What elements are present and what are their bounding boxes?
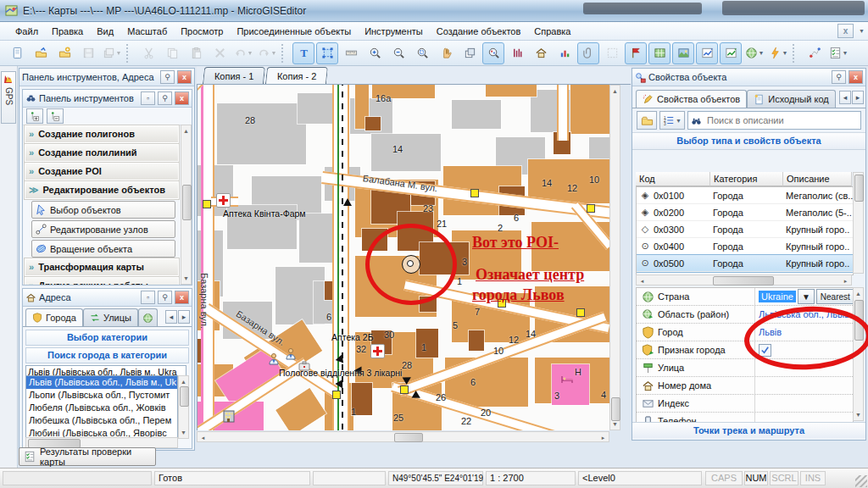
nearest-button[interactable]: Nearest — [816, 289, 853, 304]
property-row-страна[interactable]: СтранаUkraine▼Nearest — [637, 288, 853, 306]
tab-scroll-left-icon[interactable]: ◂ — [165, 310, 177, 324]
type-table-row[interactable]: ⊙0x0500ГородаКрупный горо.. — [637, 255, 853, 272]
tab-source-code[interactable]: Исходный код — [747, 90, 836, 108]
tab-scroll-right-icon[interactable]: ▸ — [178, 310, 190, 324]
chevron-down-icon[interactable]: ▼ — [798, 289, 815, 304]
map-tab-2[interactable]: Копия - 2 — [265, 67, 329, 84]
type-select-header[interactable]: Выбор типа и свойств объекта — [632, 133, 865, 150]
tab-cities[interactable]: Города — [25, 308, 83, 326]
map-node[interactable] — [332, 391, 341, 399]
city-list-item[interactable]: Любеля (Львівська обл., Жовків — [26, 402, 177, 414]
city-list-item[interactable]: Львів (Львівська обл., Львів м., Uk — [26, 376, 177, 389]
map-tab-1[interactable]: Копия - 1 — [203, 67, 266, 84]
open-type-file-button[interactable] — [637, 111, 657, 130]
pin-icon[interactable]: ⚲ — [160, 70, 175, 84]
map-node[interactable] — [587, 204, 595, 213]
menu-масштаб[interactable]: Масштаб — [120, 24, 174, 39]
import-map-button[interactable] — [53, 42, 75, 64]
map-check-results-button[interactable]: Результаты проверки карты — [19, 447, 156, 466]
attachments-button[interactable] — [577, 42, 599, 64]
cascade-windows-button[interactable] — [459, 42, 481, 64]
pin-icon[interactable]: ⚲ — [832, 70, 846, 84]
show-polygons-button[interactable] — [648, 42, 670, 64]
tool-выбор-объектов[interactable]: Выбор объектов — [31, 201, 175, 219]
undo-dropdown-icon[interactable]: ▼ — [248, 50, 253, 56]
type-table-vscrollbar[interactable] — [853, 172, 864, 274]
close-icon[interactable]: x — [177, 70, 192, 84]
zoom-in-button[interactable] — [364, 42, 386, 64]
show-routes-button[interactable] — [720, 42, 742, 64]
track-route-points-link[interactable]: Точки трека и маршрута — [632, 422, 865, 438]
toolbox-group-создание-poi[interactable]: »Создание POI — [25, 163, 179, 180]
web-services-dropdown-icon[interactable]: ▼ — [759, 50, 765, 56]
type-table[interactable]: ◈0x0100ГородаМегаполис (св..◈0x0200Город… — [636, 186, 854, 275]
tab-scroll-left-icon[interactable]: ◂ — [839, 91, 851, 104]
type-table-row[interactable]: ⊙0x0400ГородаКрупный горо.. — [637, 238, 853, 255]
expand-all-icon[interactable] — [26, 108, 43, 124]
country-combo-value[interactable]: Ukraine — [759, 291, 796, 302]
save-stack-dropdown-icon[interactable]: ▼ — [116, 50, 122, 56]
show-poi-button[interactable] — [625, 42, 647, 64]
menu-правка[interactable]: Правка — [45, 24, 90, 39]
show-labels-button[interactable]: T — [292, 42, 314, 64]
map-check-button[interactable]: ▼ — [827, 42, 849, 64]
city-search-button[interactable]: Поиск города в категории — [25, 347, 189, 363]
resize-grip[interactable] — [855, 475, 867, 487]
statistics-button[interactable] — [554, 42, 576, 64]
show-bounds-button[interactable] — [316, 42, 338, 64]
toolbox-group-создание-полилиний[interactable]: »Создание полилиний — [25, 144, 179, 162]
type-table-row[interactable]: ◈0x0200ГородаМегаполис (5-.. — [637, 204, 853, 221]
city-list[interactable]: Львів (Львівська обл., Львів м., UkЛьопи… — [25, 375, 178, 439]
menu-файл[interactable]: Файл — [8, 24, 45, 39]
toolbox-group-редактирование-объектов[interactable]: ≫Редактирование объектов — [25, 181, 179, 199]
tool-вращение-объекта[interactable]: Вращение объекта — [31, 240, 175, 258]
show-raster-button[interactable] — [672, 42, 694, 64]
toolbox-group-другие-режимы-работы[interactable]: »Другие режимы работы — [25, 277, 179, 285]
map-node[interactable] — [470, 189, 479, 197]
close-icon[interactable]: x — [849, 70, 863, 84]
city-list-item[interactable]: Любешка (Львівська обл., Перем — [26, 414, 177, 427]
collapse-all-icon[interactable] — [47, 108, 64, 124]
tab-globe[interactable] — [138, 308, 158, 326]
quick-actions-button[interactable]: ▼ — [767, 42, 789, 64]
property-row-номер-дома[interactable]: Номер дома — [637, 377, 853, 395]
tool-редактирование-узлов[interactable]: Редактирование узлов — [31, 220, 175, 238]
tab-object-properties[interactable]: Свойства объектов — [636, 90, 747, 108]
category-select-button[interactable]: Выбор категории — [25, 330, 189, 346]
toolbox-group-трансформация-карты[interactable]: »Трансформация карты — [25, 258, 179, 276]
map-node[interactable] — [203, 200, 211, 208]
menu-overflow-icon[interactable]: ▼ — [859, 28, 865, 34]
map-check-dropdown-icon[interactable]: ▼ — [843, 50, 849, 56]
type-table-hscrollbar[interactable]: ◂ ▸ — [636, 274, 852, 286]
property-row-индекс[interactable]: Индекс — [637, 395, 853, 413]
menu-присоединенные-объекты[interactable]: Присоединенные объекты — [230, 24, 358, 39]
pin-icon[interactable]: ⚲ — [158, 291, 172, 304]
close-icon[interactable]: x — [175, 92, 189, 105]
close-icon[interactable]: x — [175, 291, 189, 304]
web-services-button[interactable]: ▼ — [743, 42, 765, 64]
map-hscrollbar[interactable]: ◂ ▸ — [197, 431, 609, 442]
menu-инструменты[interactable]: Инструменты — [358, 24, 430, 39]
list-mode-button[interactable]: 123▼ — [659, 111, 685, 130]
show-polylines-button[interactable] — [696, 42, 718, 64]
type-table-row[interactable]: ◇0x0300ГородаКрупный горо.. — [637, 221, 853, 238]
menu-справка[interactable]: Справка — [527, 24, 577, 39]
toolbox-scrollbar[interactable]: ▲ ▼ — [181, 125, 192, 285]
menu-просмотр[interactable]: Просмотр — [174, 24, 230, 39]
type-table-row[interactable]: ◈0x0100ГородаМегаполис (св.. — [637, 187, 853, 204]
map-vscrollbar[interactable]: ▲ ▼ — [609, 85, 620, 430]
route-points-button[interactable] — [804, 42, 826, 64]
city-list-item[interactable]: Льопи (Львівська обл., Пустомит — [26, 389, 177, 402]
city-list-vscrollbar[interactable]: ▲ ▼ — [178, 375, 189, 439]
gps-rail-tab[interactable]: GPS — [1, 71, 16, 124]
open-map-button[interactable] — [30, 42, 52, 64]
home-view-button[interactable] — [530, 42, 552, 64]
pin-icon[interactable]: ⚲ — [158, 92, 172, 105]
restore-icon[interactable]: ▫ — [141, 92, 155, 105]
map-node[interactable] — [400, 385, 409, 394]
redo-dropdown-icon[interactable]: ▼ — [271, 50, 277, 56]
description-search-input[interactable] — [705, 114, 860, 126]
zoom-area-button[interactable] — [411, 42, 433, 64]
tab-scroll-right-icon[interactable]: ▸ — [852, 91, 864, 104]
zoom-nodes-button[interactable] — [482, 42, 504, 64]
